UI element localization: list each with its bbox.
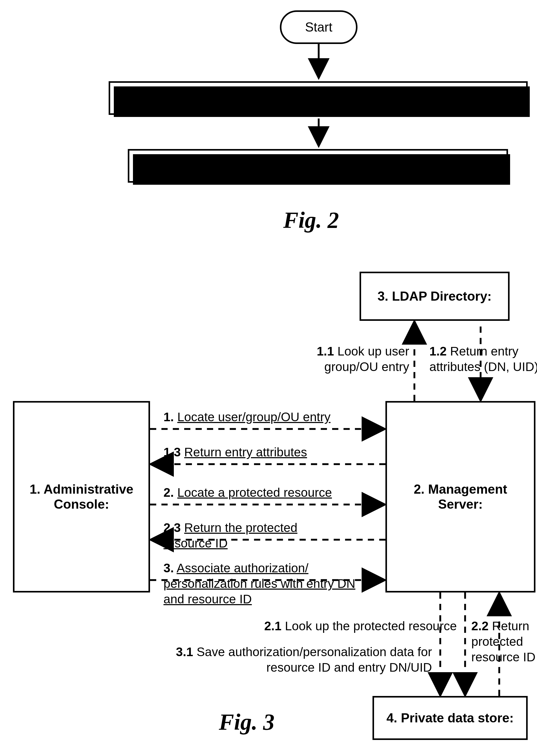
text-2-1: Look up the protected resource	[285, 619, 457, 633]
label-3-1: 3.1 Save authorization/personalization d…	[160, 644, 432, 675]
phase1-box: Phase I: Set Authorization/Personalizati…	[109, 81, 528, 115]
text-3: Associate authorization/ personalization…	[163, 561, 355, 606]
num-2: 2.	[163, 485, 174, 499]
store-num: 4.	[387, 711, 397, 725]
arrow-phase1-phase2	[317, 118, 321, 148]
num-1-1: 1.1	[317, 344, 334, 358]
label-2-1: 2.1 Look up the protected resource	[260, 618, 457, 634]
text-1-1: Look up user group/OU entry	[324, 344, 409, 374]
store-title: 4. Private data store:	[383, 710, 517, 726]
text-1: Locate user/group/OU entry	[177, 410, 330, 424]
mgmt-box: 2. Management Server:	[386, 401, 535, 593]
label-3: 3. Associate authorization/ personalizat…	[163, 561, 360, 607]
num-1: 1.	[163, 410, 174, 424]
label-1: 1. Locate user/group/OU entry	[163, 409, 331, 425]
admin-name: Administrative Console:	[43, 482, 133, 512]
arrow-3-1	[438, 593, 442, 696]
num-1-2: 1.2	[430, 344, 447, 358]
arrow-2	[150, 502, 386, 507]
mgmt-name: Management Server:	[428, 482, 507, 512]
num-2-3: 2.3	[163, 521, 181, 534]
start-label: Start	[302, 20, 336, 35]
admin-title: 1. Administrative Console:	[15, 482, 148, 512]
phase1-text: Phase I: Set Authorization/Personalizati…	[179, 91, 457, 105]
fig3-caption: Fig. 3	[219, 709, 274, 735]
store-name: Private data store:	[401, 711, 514, 725]
phase2-text: Phase II: Deliver Personalization Conten…	[197, 158, 439, 173]
ldap-num: 3.	[378, 289, 389, 304]
text-1-3: Return entry attributes	[184, 445, 307, 459]
start-node: Start	[280, 10, 357, 44]
ldap-name: LDAP Directory:	[392, 289, 491, 304]
store-box: 4. Private data store:	[372, 696, 528, 740]
arrow-start-phase1	[317, 44, 321, 80]
arrow-1	[150, 427, 386, 431]
num-2-2: 2.2	[471, 619, 489, 633]
mgmt-title: 2. Management Server:	[387, 482, 534, 512]
text-2-3: Return the protected resource ID	[163, 521, 298, 550]
canvas: Start Phase I: Set Authorization/Persona…	[0, 0, 537, 756]
label-2: 2. Locate a protected resource	[163, 485, 332, 500]
text-2: Locate a protected resource	[177, 485, 332, 499]
phase2-box: Phase II: Deliver Personalization Conten…	[128, 149, 508, 183]
num-1-3: 1.3	[163, 445, 181, 459]
label-1-2: 1.2 Return entry attributes (DN, UID)	[430, 344, 537, 375]
num-3-1: 3.1	[176, 645, 193, 659]
label-1-3: 1.3 Return entry attributes	[163, 444, 307, 460]
mgmt-num: 2.	[414, 482, 425, 496]
admin-box: 1. Administrative Console:	[13, 401, 150, 593]
arrow-2-1	[463, 593, 467, 696]
fig2-caption: Fig. 2	[283, 207, 339, 233]
arrow-1-3	[150, 462, 386, 466]
ldap-box: 3. LDAP Directory:	[359, 272, 510, 321]
num-3: 3.	[163, 561, 174, 575]
label-2-2: 2.2 Return protected resource ID	[471, 618, 536, 665]
admin-num: 1.	[29, 482, 40, 496]
text-3-1: Save authorization/personalization data …	[197, 645, 432, 674]
num-2-1: 2.1	[264, 619, 281, 633]
ldap-title: 3. LDAP Directory:	[375, 289, 495, 304]
arrow-1-1	[412, 321, 416, 401]
label-2-3: 2.3 Return the protected resource ID	[163, 520, 332, 551]
label-1-1: 1.1 Look up user group/OU entry	[293, 344, 409, 375]
